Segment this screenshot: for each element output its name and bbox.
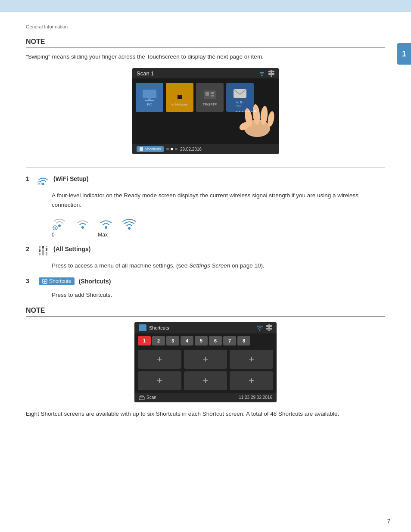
summary-text: Eight Shortcut screens are available wit…: [26, 409, 385, 419]
svg-rect-22: [140, 147, 143, 151]
touchscreen-header: Scan 1: [132, 68, 279, 78]
sc-header-left: Shortcuts: [139, 324, 169, 331]
signal-min-label: 0: [52, 232, 55, 238]
shortcuts-btn-text: Shortcuts: [49, 278, 71, 284]
svg-rect-50: [140, 398, 143, 398]
item-label-2: (All Settings): [53, 246, 90, 252]
note-title-2: NOTE: [26, 307, 385, 317]
dot-3: [175, 148, 177, 150]
sc-plus-6[interactable]: +: [230, 371, 273, 390]
ts-icon-network: to Network: [166, 83, 193, 112]
divider-1: [26, 167, 385, 168]
sc-tab-4: 4: [181, 336, 193, 345]
sc-header-icon: [139, 324, 146, 331]
svg-rect-6: [143, 90, 156, 98]
page-tab-number: 1: [402, 50, 406, 59]
touchscreen-image: Scan 1: [132, 68, 279, 154]
svg-point-30: [105, 226, 107, 229]
svg-rect-46: [268, 330, 270, 331]
signal-2: [98, 216, 114, 230]
item-body-3: Press to add Shortcuts.: [52, 290, 385, 300]
sc-footer-left: Scan: [139, 395, 156, 400]
touchscreen-icons-row: PC to Network: [132, 78, 279, 116]
shortcuts-icon-small: [42, 279, 47, 284]
sc-tabs: 1 2 3 4 5 6 7 8: [134, 333, 277, 347]
signal-labels-row: 0 Max: [52, 232, 108, 238]
top-bar: [0, 0, 411, 12]
sc-tab-2: 2: [152, 336, 165, 345]
dot-2: [171, 148, 173, 150]
item-number-2: 2: [26, 246, 33, 252]
note-section-2: NOTE Shortcuts: [26, 307, 385, 419]
item-number-3: 3: [26, 277, 33, 284]
svg-rect-9: [177, 95, 182, 99]
dot-1: [166, 148, 169, 150]
bottom-divider: [26, 440, 385, 440]
signal-2-icon: [98, 216, 114, 230]
svg-rect-4: [268, 71, 274, 72]
sc-plus-1[interactable]: +: [138, 350, 181, 369]
sc-plus-2[interactable]: +: [184, 350, 227, 369]
svg-rect-12: [211, 92, 214, 94]
page-number: 7: [387, 518, 390, 524]
sc-grid: + + + + + +: [134, 347, 277, 393]
signal-max-label: Max: [98, 232, 108, 238]
item-all-settings: 2 (All Settings): [26, 246, 385, 256]
sc-tab-7: 7: [223, 336, 236, 345]
sc-tab-3: 3: [166, 336, 179, 345]
page-tab: 1: [397, 43, 411, 65]
item-label-1: (WiFi Setup): [53, 175, 89, 182]
sc-plus-4[interactable]: +: [138, 371, 181, 390]
sc-header-right: [256, 324, 272, 331]
signal-1-icon: [75, 216, 90, 230]
shortcuts-screen: Shortcuts: [134, 322, 277, 402]
touchscreen-date: 29.02.2016: [180, 147, 202, 152]
svg-point-29: [81, 226, 84, 229]
svg-point-15: [244, 120, 270, 137]
sc-scan-icon: [139, 395, 145, 400]
sc-plus-5[interactable]: +: [184, 371, 227, 390]
wifi-top-icon: [258, 70, 266, 76]
svg-rect-34: [39, 249, 40, 252]
svg-point-31: [128, 227, 131, 230]
svg-point-26: [58, 224, 61, 227]
signal-0-icon: ?: [52, 216, 67, 230]
svg-rect-48: [266, 328, 272, 330]
svg-rect-7: [148, 98, 151, 100]
settings-top-icon: [268, 70, 274, 77]
sc-wifi-icon: [256, 325, 264, 331]
item-wifi-setup: 1 ? (WiFi Setup): [26, 175, 385, 186]
sc-settings-icon: [266, 324, 272, 331]
sc-tab-1: 1: [138, 336, 151, 345]
svg-point-20: [238, 121, 251, 132]
item-number-1: 1: [26, 175, 33, 182]
svg-rect-3: [271, 75, 272, 77]
sc-tab-6: 6: [209, 336, 222, 345]
sc-header: Shortcuts: [134, 322, 277, 333]
sc-plus-3[interactable]: +: [230, 350, 273, 369]
sc-tab-5: 5: [195, 336, 208, 345]
svg-rect-47: [266, 325, 272, 327]
svg-rect-38: [46, 246, 47, 247]
all-settings-icon: [37, 246, 49, 256]
note-title-1: NOTE: [26, 38, 385, 48]
shortcuts-item-header: Shortcuts (Shortcuts): [37, 277, 111, 285]
svg-text:?: ?: [38, 182, 40, 185]
breadcrumb: General Information: [26, 24, 385, 29]
svg-rect-37: [46, 248, 47, 251]
ts-icon-email: to E-Ser: [226, 83, 254, 112]
svg-rect-36: [39, 253, 40, 255]
svg-rect-5: [268, 73, 274, 75]
wifi-icon: ?: [37, 176, 49, 185]
touchscreen-header-icons: [258, 70, 274, 77]
svg-rect-13: [211, 95, 214, 96]
ts-icon-pc: PC: [136, 83, 163, 112]
shortcuts-button-inline: Shortcuts: [39, 277, 75, 285]
shortcuts-footer-btn: Shortcuts: [137, 146, 164, 152]
shortcuts-footer-label: Shortcuts: [145, 147, 161, 151]
svg-rect-35: [39, 246, 40, 249]
sc-footer: Scan 11:23 29.02.2016: [134, 393, 277, 402]
svg-rect-32: [42, 246, 44, 249]
touchscreen-title: Scan 1: [137, 70, 154, 77]
note-section-1: NOTE "Swiping" means sliding your finger…: [26, 38, 385, 154]
